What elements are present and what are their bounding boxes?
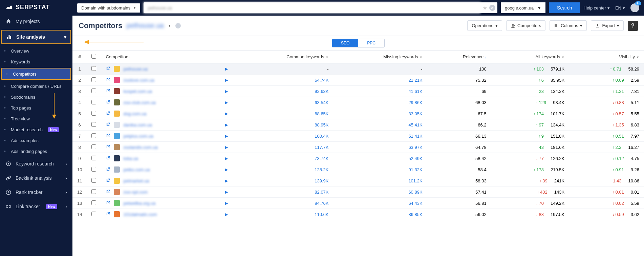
domain-mode-select[interactable]: Domain with subdomains ▼ (77, 3, 140, 13)
missing-kw-link[interactable]: 64.43K (408, 201, 422, 206)
common-kw-link[interactable]: 73.74K (315, 156, 328, 161)
avatar[interactable]: 9+ (630, 3, 639, 12)
common-kw-link[interactable]: 110.6K (315, 212, 328, 217)
row-checkbox[interactable] (91, 122, 96, 127)
help-button[interactable]: ? (628, 21, 638, 31)
external-link-icon[interactable] (106, 77, 110, 83)
competitor-domain[interactable]: kospet.com.ua (123, 89, 152, 94)
col-relevance[interactable]: Relevance↓ (427, 51, 491, 63)
col-competitors[interactable]: Competitors (101, 51, 234, 63)
sidebar-item-keywords[interactable]: Keywords (0, 56, 72, 67)
col-index[interactable]: # (72, 51, 87, 63)
missing-kw-link[interactable]: 52.49K (408, 156, 422, 161)
competitor-domain[interactable]: zoo-opt.com (123, 190, 148, 195)
missing-kw-link[interactable]: 51.41K (408, 134, 422, 139)
expand-row-icon[interactable]: ▶ (225, 89, 229, 94)
expand-row-icon[interactable]: ▶ (225, 145, 229, 150)
expand-row-icon[interactable]: ▶ (225, 190, 229, 194)
expand-row-icon[interactable]: ▶ (225, 168, 229, 172)
row-checkbox[interactable] (91, 178, 96, 183)
common-kw-link[interactable]: 68.65K (315, 111, 328, 116)
row-checkbox[interactable] (91, 88, 96, 93)
competitor-domain[interactable]: zoolove.com.ua (123, 78, 154, 83)
sidebar-item-competitors[interactable]: Competitors (1, 68, 71, 80)
competitor-domain[interactable]: 101dalmatin.com (123, 212, 157, 217)
engine-select[interactable]: google.com.ua ▼ (501, 2, 545, 13)
columns-button[interactable]: Columns ▾ (550, 20, 587, 31)
row-checkbox[interactable] (91, 212, 96, 216)
sidebar-item-ads-examples[interactable]: Ads examples (0, 135, 72, 146)
export-button[interactable]: Export ▾ (591, 20, 624, 31)
row-checkbox[interactable] (91, 133, 96, 138)
row-checkbox[interactable] (91, 66, 96, 71)
common-kw-link[interactable]: 139.9K (315, 178, 328, 183)
missing-kw-link[interactable]: 21.21K (408, 78, 422, 83)
expand-row-icon[interactable]: ▶ (225, 78, 229, 82)
common-kw-link[interactable]: 88.95K (315, 122, 328, 127)
expand-row-icon[interactable]: ▶ (225, 123, 229, 127)
search-input[interactable] (144, 2, 480, 13)
external-link-icon[interactable] (106, 88, 110, 94)
external-link-icon[interactable] (106, 144, 110, 150)
expand-row-icon[interactable]: ▶ (225, 112, 229, 116)
sidebar-item-subdomains[interactable]: Subdomains (0, 92, 72, 102)
help-center-link[interactable]: Help center ▾ (583, 5, 609, 11)
external-link-icon[interactable] (106, 156, 110, 161)
missing-kw-link[interactable]: 63.97K (408, 145, 422, 150)
common-kw-link[interactable]: 100.4K (315, 134, 328, 139)
favorite-star-icon[interactable]: ★ (480, 5, 489, 11)
competitor-domain[interactable]: toba.ua (123, 156, 138, 161)
missing-kw-link[interactable]: 91.32K (408, 167, 422, 172)
external-link-icon[interactable] (106, 100, 110, 105)
expand-row-icon[interactable]: ▶ (225, 134, 229, 138)
common-kw-link[interactable]: 82.07K (315, 190, 328, 195)
nav-site-analysis[interactable]: Site analysis ▾ (1, 30, 71, 44)
row-checkbox[interactable] (91, 167, 96, 172)
sidebar-item-compare-domains-urls[interactable]: Compare domains / URLs (0, 81, 72, 92)
competitor-domain[interactable]: danika.com.ua (123, 122, 152, 127)
expand-row-icon[interactable]: ▶ (225, 156, 229, 161)
common-kw-link[interactable]: 117.7K (315, 145, 328, 150)
competitor-domain[interactable]: petwellka.org.ua (123, 201, 155, 206)
missing-kw-link[interactable]: 86.85K (408, 212, 422, 217)
common-kw-link[interactable]: 84.76K (315, 201, 328, 206)
chevron-down-icon[interactable]: ▼ (168, 24, 171, 27)
competitor-domain[interactable]: petplus.com.ua (123, 134, 153, 139)
external-link-icon[interactable] (106, 200, 110, 206)
sidebar-item-tree-view[interactable]: Tree view (0, 113, 72, 124)
competitor-domain[interactable]: dog.com.ua (123, 111, 146, 116)
search-button[interactable]: Search (549, 2, 580, 13)
competitor-domain[interactable]: petmarket.ua (123, 178, 149, 183)
select-all-checkbox[interactable] (91, 54, 96, 59)
row-checkbox[interactable] (91, 144, 96, 149)
common-kw-link[interactable]: 128.2K (315, 167, 328, 172)
tab-seo[interactable]: SEO (332, 39, 358, 47)
tab-ppc[interactable]: PPC (358, 39, 384, 47)
clear-icon[interactable]: ✕ (489, 5, 495, 11)
missing-kw-link[interactable]: 29.86K (408, 100, 422, 105)
row-checkbox[interactable] (91, 100, 96, 104)
expand-row-icon[interactable]: ▶ (225, 201, 229, 205)
nav-my-projects[interactable]: My projects (0, 14, 72, 28)
sidebar-item-overview[interactable]: Overview (0, 45, 72, 56)
expand-row-icon[interactable]: ▶ (225, 100, 229, 105)
missing-kw-link[interactable]: 101.2K (408, 178, 422, 183)
sidebar-item-ads-landing-pages[interactable]: Ads landing pages (0, 146, 72, 157)
external-link-icon[interactable] (106, 111, 110, 117)
add-competitors-button[interactable]: Competitors (506, 20, 545, 31)
external-link-icon[interactable] (106, 167, 110, 173)
sidebar-item-market-research[interactable]: Market researchNew (0, 124, 72, 135)
info-icon[interactable]: i (175, 23, 181, 28)
row-checkbox[interactable] (91, 156, 96, 160)
row-checkbox[interactable] (91, 77, 96, 82)
common-kw-link[interactable]: 64.74K (315, 78, 328, 83)
nav-link-tracker[interactable]: Link trackerNew› (0, 199, 72, 214)
missing-kw-link[interactable]: 33.05K (408, 111, 422, 116)
language-select[interactable]: EN ▾ (615, 5, 625, 11)
operations-button[interactable]: Operations ▾ (467, 20, 502, 31)
expand-row-icon[interactable]: ▶ (225, 67, 229, 71)
col-visibility[interactable]: Visibility▼ (569, 51, 644, 63)
competitor-domain[interactable]: pethouse.ua (123, 66, 148, 72)
col-common-keywords[interactable]: Common keywords▼ (234, 51, 334, 63)
col-all-keywords[interactable]: All keywords▼ (491, 51, 570, 63)
